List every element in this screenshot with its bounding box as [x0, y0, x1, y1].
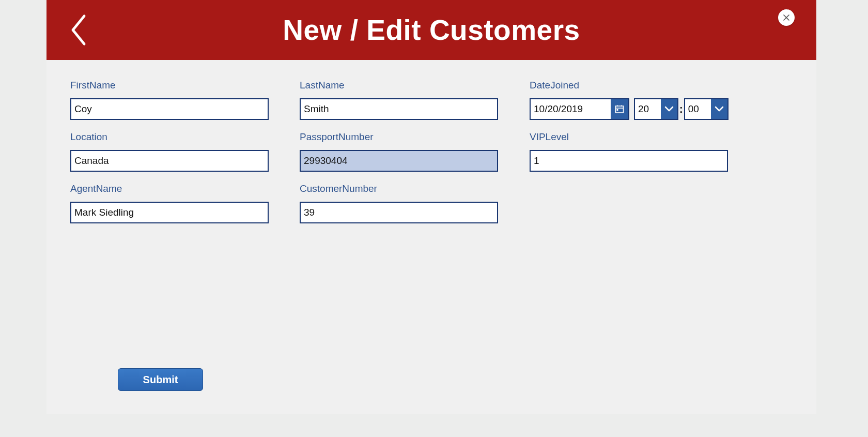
- page-title: New / Edit Customers: [283, 13, 580, 47]
- time-colon: :: [679, 103, 683, 115]
- datejoined-controls: 20 : 00: [530, 98, 729, 120]
- agentname-label: AgentName: [70, 183, 269, 194]
- hour-value: 20: [635, 99, 661, 119]
- passportnumber-label: PassportNumber: [300, 131, 498, 143]
- firstname-label: FirstName: [70, 80, 269, 91]
- close-button[interactable]: [778, 9, 795, 26]
- field-agentname: AgentName: [70, 183, 269, 223]
- field-passportnumber: PassportNumber: [300, 131, 498, 172]
- field-firstname: FirstName: [70, 80, 269, 120]
- viplevel-label: VIPLevel: [530, 131, 728, 143]
- firstname-input[interactable]: [70, 98, 269, 120]
- datejoined-label: DateJoined: [530, 80, 729, 91]
- submit-button[interactable]: Submit: [118, 368, 203, 391]
- chevron-down-icon: [715, 106, 724, 112]
- back-button[interactable]: [65, 13, 90, 47]
- back-chevron-icon: [69, 14, 86, 46]
- field-viplevel: VIPLevel: [530, 131, 728, 172]
- hour-select[interactable]: 20: [634, 98, 678, 120]
- hour-dropdown-button[interactable]: [661, 99, 677, 119]
- field-customernumber: CustomerNumber: [300, 183, 498, 223]
- chevron-down-icon: [664, 106, 674, 112]
- lastname-input[interactable]: [300, 98, 498, 120]
- location-label: Location: [70, 131, 269, 143]
- lastname-label: LastName: [300, 80, 498, 91]
- header-bar: New / Edit Customers: [47, 0, 816, 60]
- passportnumber-input[interactable]: [300, 150, 498, 172]
- location-input[interactable]: [70, 150, 269, 172]
- svg-rect-2: [617, 109, 618, 111]
- calendar-button[interactable]: [611, 99, 628, 119]
- customernumber-label: CustomerNumber: [300, 183, 498, 194]
- customernumber-input[interactable]: [300, 202, 498, 223]
- minute-dropdown-button[interactable]: [711, 99, 727, 119]
- field-datejoined: DateJoined 20: [530, 80, 729, 120]
- agentname-input[interactable]: [70, 202, 269, 223]
- field-location: Location: [70, 131, 269, 172]
- date-input[interactable]: [531, 99, 611, 119]
- form-area: FirstName LastName DateJoined: [47, 60, 816, 80]
- minute-value: 00: [685, 99, 711, 119]
- form-panel: New / Edit Customers FirstName LastName …: [47, 0, 816, 414]
- close-icon: [783, 14, 790, 21]
- viplevel-input[interactable]: [530, 150, 728, 172]
- field-lastname: LastName: [300, 80, 498, 120]
- date-box: [530, 98, 629, 120]
- minute-select[interactable]: 00: [684, 98, 729, 120]
- calendar-icon: [615, 104, 624, 114]
